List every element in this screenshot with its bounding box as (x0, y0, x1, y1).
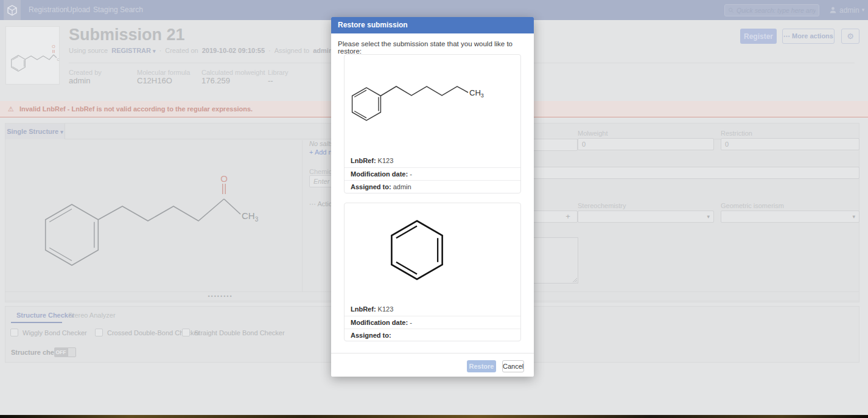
tab-stereo-analyzer[interactable]: Stereo Analyzer (68, 312, 116, 319)
quick-search-box (724, 4, 819, 16)
thumb-ch3-label: CH3 (57, 58, 60, 61)
molweight-label: Molweight (578, 130, 608, 137)
geometric-isomerism-select[interactable]: ▾ (721, 211, 859, 223)
user-menu[interactable]: admin ▾ (829, 0, 864, 20)
checkbox-wiggly-bond-label: Wiggly Bond Checker (23, 329, 87, 336)
warning-icon: ⚠ (8, 105, 14, 113)
modal-intro-text: Please select the submission state that … (338, 40, 534, 55)
toggle-off-label: OFF (54, 347, 68, 357)
state-lnbref-row: LnbRef: K123 (345, 155, 520, 167)
ch3-atom-label: CH3 (242, 211, 259, 223)
geometric-isomerism-label: Geometric isomerism (721, 202, 784, 209)
meta-molweight-value: 176.259 (201, 76, 230, 85)
app-window: Registration Upload Staging Search admin… (0, 0, 868, 418)
submission-state-card[interactable]: LnbRef: K123 Modification date: - Assign… (344, 203, 521, 341)
app-logo[interactable] (4, 0, 21, 20)
restriction-label: Restriction (721, 130, 752, 137)
editor-molecule: O CH3 (5, 140, 302, 291)
state-modification-row: Modification date: - (345, 167, 520, 180)
plus-icon: + (309, 148, 313, 156)
caret-down-icon: ▾ (153, 48, 156, 54)
ellipsis-icon: ⋯ (309, 200, 316, 207)
structure-editor-canvas[interactable]: O CH3 (5, 140, 302, 291)
checkbox-wiggly-bond[interactable] (10, 329, 18, 336)
dot-separator: · (268, 47, 271, 54)
caret-down-icon: ▾ (862, 7, 865, 13)
nav-item-upload[interactable]: Upload (67, 0, 90, 20)
assigned-to-value: admin (313, 47, 332, 54)
structure-checker-toggle[interactable]: OFF (54, 347, 76, 357)
state-1-ch3-label: CH3 (469, 88, 484, 99)
checkbox-straight-double-bond-label: Straight Double Bond Checker (194, 329, 285, 336)
meta-library-label: Library (268, 69, 289, 76)
active-tab-underline (11, 322, 62, 323)
oxygen-atom-label: O (220, 173, 228, 184)
editor-divider (302, 140, 303, 291)
meta-formula-value: C12H16O (137, 76, 172, 85)
submission-state-card[interactable]: CH3 LnbRef: K123 Modification date: - As… (344, 54, 521, 193)
stereochemistry-label: Stereochemistry (578, 202, 626, 209)
logo-cube-icon (6, 4, 18, 16)
ellipsis-icon: ⋯ (783, 32, 790, 40)
modal-footer-divider (331, 353, 534, 354)
molweight-input[interactable] (578, 138, 714, 150)
caret-down-icon: ▾ (60, 129, 63, 135)
meta-created-by-label: Created by (69, 69, 102, 76)
thumbnail-molecule: O CH3 (6, 27, 59, 84)
register-button[interactable]: Register (740, 29, 777, 44)
cancel-button[interactable]: Cancel (502, 360, 524, 372)
nav-item-search[interactable]: Search (120, 0, 143, 20)
modal-title: Restore submission (331, 17, 534, 33)
warning-text: Invalid LnbRef - LnbRef is not valid acc… (19, 105, 253, 113)
state-1-molecule: CH3 (345, 55, 520, 155)
using-source-label: Using source (69, 47, 108, 54)
toggle-knob (68, 347, 76, 357)
user-name: admin (839, 6, 859, 15)
submission-thumbnail: O CH3 (5, 26, 60, 85)
state-assigned-row: Assigned to: admin (345, 180, 520, 193)
nav-item-staging[interactable]: Staging (93, 0, 118, 20)
tab-structure-checker[interactable]: Structure Checker (16, 312, 74, 319)
state-assigned-row: Assigned to: (345, 329, 520, 341)
textarea-resize-grip[interactable] (572, 277, 578, 283)
add-plus-button[interactable]: + (561, 211, 575, 223)
tab-single-structure[interactable]: Single Structure ▾ (5, 124, 65, 139)
source-dropdown[interactable]: REGISTRAR ▾ (111, 47, 155, 54)
meta-library-value: -- (268, 76, 273, 85)
submission-subtitle: Using source REGISTRAR ▾ · Created on 20… (69, 47, 333, 54)
settings-gear-button[interactable]: ⚙ (841, 29, 859, 44)
page-title: Submission 21 (69, 26, 185, 44)
search-icon (728, 7, 734, 14)
state-2-molecule (345, 203, 520, 303)
meta-formula-label: Molecular formula (137, 69, 190, 76)
assigned-to-label: Assigned to (275, 47, 309, 54)
more-actions-button[interactable]: ⋯ More actions (782, 29, 835, 44)
restriction-input[interactable] (721, 138, 859, 150)
caret-down-icon: ▾ (707, 214, 710, 220)
created-on-value: 2019-10-02 09:10:55 (202, 47, 265, 54)
thumb-oxygen-label: O (52, 44, 55, 49)
dot-separator: · (159, 47, 162, 54)
quick-search-input[interactable] (737, 7, 816, 14)
restore-button[interactable]: Restore (467, 360, 496, 372)
checkbox-straight-double-bond[interactable] (182, 329, 190, 336)
state-modification-row: Modification date: - (345, 316, 520, 329)
checkbox-crossed-double-bond[interactable] (95, 329, 103, 336)
stereochemistry-select[interactable]: ▾ (578, 211, 714, 223)
gear-icon: ⚙ (847, 32, 854, 41)
nav-item-registration[interactable]: Registration (29, 0, 68, 20)
caret-down-icon: ▾ (852, 214, 855, 220)
meta-molweight-label: Calculated molweight (201, 69, 265, 76)
state-lnbref-row: LnbRef: K123 (345, 303, 520, 316)
created-on-label: Created on (165, 47, 198, 54)
resize-handle[interactable]: •••••••• (206, 293, 234, 299)
desktop-edge-strip (0, 415, 868, 418)
person-icon (829, 6, 837, 14)
restore-submission-modal: Restore submission Please select the sub… (331, 17, 534, 377)
meta-created-by-value: admin (69, 76, 90, 85)
